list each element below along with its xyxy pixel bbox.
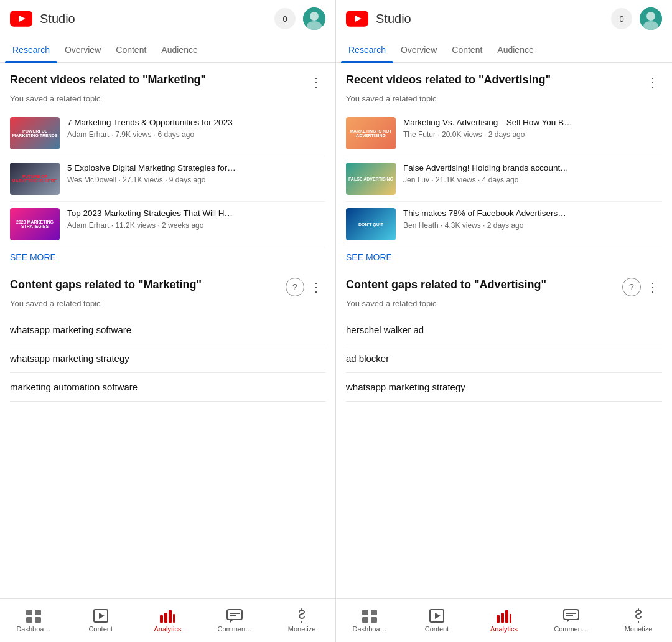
tab-research[interactable]: Research (5, 37, 57, 62)
section-header: Recent videos related to "Advertising" ⋮ (346, 73, 662, 92)
video-meta: Jen Luv · 21.1K views · 4 days ago (403, 176, 662, 184)
comments-icon (226, 608, 243, 623)
help-button[interactable]: ? (286, 278, 304, 296)
content-icon (92, 608, 110, 623)
youtube-logo (10, 11, 32, 27)
recent-videos-more-button[interactable]: ⋮ (307, 73, 325, 92)
nav-item-analytics[interactable]: Analytics (134, 605, 202, 636)
header-right: 0 (611, 7, 662, 30)
dashboard-icon (361, 608, 378, 623)
content-gaps-section: Content gaps related to "Marketing" ? ⋮ … (10, 278, 325, 402)
video-title: 7 Marketing Trends & Opportunities for 2… (67, 117, 325, 128)
svg-marker-29 (435, 613, 441, 619)
content-gaps-title: Content gaps related to "Advertising" (346, 278, 622, 292)
svg-rect-30 (497, 615, 500, 623)
tab-overview[interactable]: Overview (393, 37, 444, 62)
nav-item-content[interactable]: Content (67, 605, 134, 636)
svg-rect-24 (362, 610, 368, 615)
tab-overview[interactable]: Overview (57, 37, 108, 62)
svg-point-3 (310, 12, 319, 21)
video-thumbnail: FALSE ADVERTISING (346, 163, 396, 195)
notification-badge[interactable]: 0 (611, 8, 632, 29)
bottom-navigation: Dashboa… Content Analytics (0, 598, 335, 642)
see-more-button[interactable]: SEE MORE (10, 252, 56, 262)
gap-item: ad blocker (346, 344, 662, 373)
nav-item-dashboard[interactable]: Dashboa… (336, 605, 403, 636)
gap-item: marketing automation software (10, 373, 325, 402)
video-info: 5 Explosive Digital Marketing Strategies… (67, 163, 325, 184)
nav-label-content: Content (425, 625, 449, 633)
video-item: DON'T QUIT This makes 78% of Facebook Ad… (346, 202, 662, 247)
recent-videos-more-button[interactable]: ⋮ (643, 73, 662, 92)
nav-item-analytics[interactable]: Analytics (470, 605, 538, 636)
content-gaps-title: Content gaps related to "Marketing" (10, 278, 286, 292)
content-gaps-section: Content gaps related to "Advertising" ? … (346, 278, 662, 402)
content-icon (428, 608, 446, 623)
recent-videos-subtitle: You saved a related topic (10, 94, 325, 103)
tabs-bar: Research Overview Content Audience (336, 37, 672, 63)
content-gaps-more-button[interactable]: ⋮ (307, 278, 325, 296)
recent-videos-section: Recent videos related to "Advertising" ⋮… (346, 73, 662, 263)
logo-area: Studio (346, 11, 411, 27)
svg-rect-12 (164, 613, 167, 623)
see-more-button[interactable]: SEE MORE (346, 252, 392, 262)
video-item: FALSE ADVERTISING False Advertising! Hol… (346, 156, 662, 202)
help-button[interactable]: ? (622, 278, 641, 296)
svg-rect-27 (371, 617, 377, 623)
video-meta: Adam Erhart · 7.9K views · 6 days ago (67, 130, 325, 139)
gaps-section-header: Content gaps related to "Marketing" ? ⋮ (10, 278, 325, 296)
nav-item-dashboard[interactable]: Dashboa… (0, 605, 67, 636)
analytics-icon (159, 608, 176, 623)
nav-item-monetize[interactable]: Monetize (268, 605, 335, 636)
video-title: Marketing Vs. Advertising—Sell How You B… (403, 117, 662, 128)
svg-rect-5 (26, 610, 32, 615)
monetize-icon (293, 608, 310, 623)
svg-rect-32 (505, 610, 508, 623)
nav-label-analytics: Analytics (490, 625, 518, 633)
main-content: Recent videos related to "Advertising" ⋮… (336, 63, 672, 642)
gap-item: whatsapp marketing strategy (10, 344, 325, 373)
svg-rect-7 (26, 617, 32, 623)
content-gaps-subtitle: You saved a related topic (10, 299, 325, 308)
header: Studio 0 (336, 0, 672, 37)
svg-rect-11 (160, 615, 163, 623)
gap-item: whatsapp marketing strategy (346, 373, 662, 402)
svg-rect-13 (169, 610, 172, 623)
tab-audience[interactable]: Audience (490, 37, 541, 62)
svg-rect-25 (371, 610, 377, 615)
nav-item-comments[interactable]: Commen… (201, 605, 268, 636)
panel-left: Studio 0 Research Overview Content Audie… (0, 0, 336, 642)
tab-content[interactable]: Content (108, 37, 154, 62)
svg-rect-6 (35, 610, 41, 615)
content-gaps-subtitle: You saved a related topic (346, 299, 662, 308)
video-title: 5 Explosive Digital Marketing Strategies… (67, 163, 325, 174)
notification-badge[interactable]: 0 (274, 8, 296, 29)
nav-item-content[interactable]: Content (403, 605, 470, 636)
gaps-actions: ? ⋮ (622, 278, 662, 296)
video-thumbnail: POWERFUL MARKETING TRENDS (10, 117, 60, 149)
tab-content[interactable]: Content (444, 37, 490, 62)
video-item: FUTURE OF MARKETING IS HERE. 5 Explosive… (10, 156, 325, 202)
tab-audience[interactable]: Audience (154, 37, 205, 62)
svg-rect-34 (564, 610, 579, 620)
nav-label-monetize: Monetize (625, 625, 653, 633)
main-content: Recent videos related to "Marketing" ⋮ Y… (0, 63, 335, 642)
svg-rect-26 (362, 617, 368, 623)
video-thumbnail: MARKETING IS NOT ADVERTISING (346, 117, 396, 149)
studio-text: Studio (40, 12, 75, 26)
nav-item-comments[interactable]: Commen… (538, 605, 605, 636)
youtube-logo (346, 11, 368, 27)
gaps-section-header: Content gaps related to "Advertising" ? … (346, 278, 662, 296)
tab-research[interactable]: Research (341, 37, 393, 62)
avatar[interactable] (303, 7, 325, 30)
svg-point-22 (646, 12, 655, 21)
comments-icon (562, 608, 580, 623)
nav-item-monetize[interactable]: Monetize (605, 605, 672, 636)
content-gaps-more-button[interactable]: ⋮ (643, 278, 662, 296)
panel-right: Studio 0 Research Overview Content Audie… (336, 0, 672, 642)
video-thumbnail: FUTURE OF MARKETING IS HERE. (10, 163, 60, 195)
bottom-navigation: Dashboa… Content Analytics (336, 598, 672, 642)
video-meta: Ben Heath · 4.3K views · 2 days ago (403, 221, 662, 230)
avatar[interactable] (640, 7, 662, 30)
nav-label-dashboard: Dashboa… (16, 625, 50, 633)
